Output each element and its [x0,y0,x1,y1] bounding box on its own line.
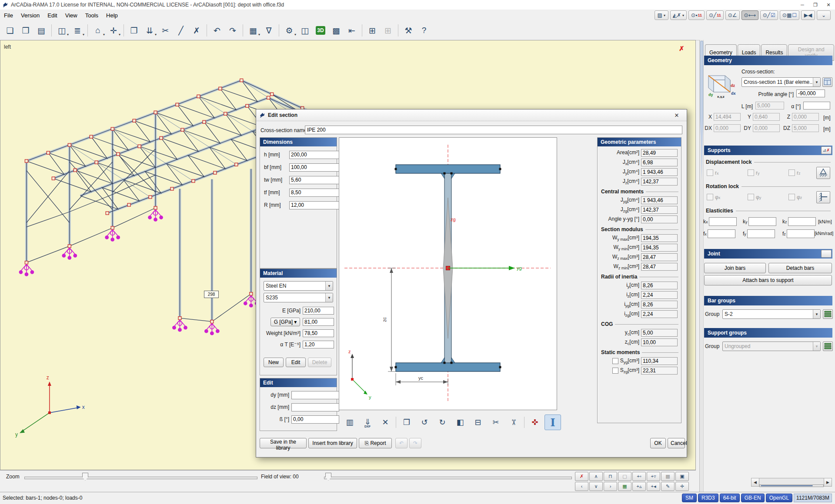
undo-button[interactable]: ↶ [210,23,224,38]
visibility-filter-button[interactable]: ◭✗ ▾ [670,10,687,20]
wrench-button[interactable]: ⚒ [401,23,416,38]
dimension-input[interactable] [289,176,339,184]
menu-item[interactable]: Help [102,10,122,20]
fixed-support-button[interactable] [816,191,830,203]
cross-section-select[interactable]: Cross-section 11 (Bar eleme...▼ [741,77,821,87]
menu-item[interactable]: Version [17,10,43,20]
mirror-vertical-button[interactable]: ◧ [452,414,468,430]
maximize-button[interactable]: ❐ [809,0,822,10]
attach-bars-to-support-button[interactable]: Attach bars to support [704,275,832,285]
section-preview[interactable]: yg zg zc yc z [339,137,557,410]
cut-button[interactable]: ✂ [158,23,173,38]
fov-slider-thumb[interactable] [325,473,331,481]
rotation-lock-checkbox[interactable] [707,194,713,200]
edit-field-input[interactable] [291,403,339,411]
add-corner-mode-button[interactable]: +◂ [647,482,660,491]
show-mesh-toggle-button[interactable]: ⊙▦ ☐ [780,10,799,20]
loads-button[interactable]: ⇊ ▾ [142,23,157,38]
material-new-button[interactable]: New [264,358,284,367]
pinned-support-button[interactable] [816,167,830,179]
close-view-icon[interactable]: ✗ [679,45,685,53]
ibeam-view-button[interactable]: I [544,414,561,430]
help-edit-button[interactable]: ? [417,23,431,38]
material-grade-select[interactable]: S235▼ [264,293,333,302]
zoom-slider-thumb[interactable] [82,473,88,481]
dimension-input[interactable] [289,163,339,172]
save-in-library-button[interactable]: Save in the library [260,438,307,448]
weight-input[interactable] [303,329,334,337]
report-print-button[interactable]: ≣ ▾ [70,23,85,38]
f-input[interactable] [787,229,815,238]
split-vertical-button[interactable]: ✂ [505,414,522,430]
g-modulus-select-button[interactable]: G [GPa] ▾ [271,318,300,326]
displacement-lock-checkbox[interactable] [788,169,795,176]
add-bar-button[interactable]: ╱ [174,23,188,38]
open-project-button[interactable]: ❒ [18,23,33,38]
zoom-slider[interactable] [24,477,257,479]
orbit-button[interactable]: ✛ [675,482,689,491]
sidebar-scrollbar[interactable] [700,40,704,492]
rotate-right-button[interactable]: ↻ [434,414,451,430]
material-edit-button[interactable]: Edit [286,358,306,367]
sidebar-hscrollbar[interactable]: ◀ ▶ [751,478,832,487]
show-node-numbers-button[interactable]: ⊙▪ 11 [688,10,705,20]
structure-settings-button[interactable]: ⚙ ▾ [282,23,297,38]
hscroll-thumb[interactable] [761,485,813,486]
material-type-select[interactable]: Steel EN▼ [264,281,333,291]
delete-element-button[interactable]: ✕ [377,414,394,430]
pan-left-button[interactable]: ‹ [575,482,588,491]
copy-element-button[interactable]: ❐ [398,414,415,430]
render-mode-button[interactable]: ▨ ▾ [655,10,668,20]
k-input[interactable] [748,217,776,226]
section-template-button[interactable]: ▥ [341,414,358,430]
lock-view-button[interactable]: ⊓ [604,472,617,481]
table-editor-button[interactable]: ◫ [297,23,312,38]
profile-angle-input[interactable] [796,90,825,97]
menu-item[interactable]: View [61,10,81,20]
copy-elements-button[interactable]: ❐ [127,23,141,38]
delete-support-button[interactable]: ⊿✗ [821,146,832,154]
dimension-input[interactable] [289,201,339,209]
rotate-left-button[interactable]: ↺ [416,414,433,430]
project-manager-button[interactable]: ◫ ▾ [54,23,69,38]
detach-bars-button[interactable]: Detach bars [768,263,832,273]
mesh-button[interactable]: ▦ ▾ [246,23,261,38]
save-project-button[interactable]: ▤ [34,23,49,38]
deselect-button[interactable]: ✗ [575,472,588,481]
menu-item[interactable]: Edit [43,10,61,20]
render-display-button[interactable]: ▦ [618,482,631,491]
move-origin-button[interactable]: ✜ [527,414,543,430]
edit-field-input[interactable] [291,391,339,399]
k-input[interactable] [788,217,816,226]
rotation-lock-checkbox[interactable] [748,194,754,200]
cross-section-manager-button[interactable] [822,77,832,87]
show-dimensions-button[interactable]: ⊙⟷ [741,10,758,20]
insert-from-library-button[interactable]: Insert from library [308,438,357,448]
new-project-button[interactable]: ❏ [3,23,17,38]
collapse-panel-button[interactable]: ▶◀ [801,10,815,20]
frame-generator-button[interactable]: ⌂ ▾ [90,23,105,38]
expand-panel-button[interactable]: ⌄ [817,10,831,20]
join-bars-button[interactable]: Join bars [704,263,766,273]
show-bars-toggle-button[interactable]: ⊙╱ ☑ [760,10,778,20]
static-moment-checkbox[interactable] [612,358,618,364]
minimize-button[interactable]: ─ [796,0,809,10]
menu-item[interactable]: File [0,10,17,20]
cross-section-name-input[interactable] [305,126,682,134]
dimension-input[interactable] [289,189,339,197]
support-group-manager-button[interactable] [823,342,833,351]
fov-slider[interactable] [324,477,572,479]
hatch-display-button[interactable]: ▩ [661,472,675,481]
redo-button[interactable]: ↷ [225,23,240,38]
bar-group-select[interactable]: S-2▼ [722,309,821,319]
add-hinge-mode-button[interactable]: +▵ [632,482,646,491]
f-input[interactable] [708,229,735,238]
pan-up-button[interactable]: ∧ [589,472,603,481]
status-badge[interactable]: OpenGL [766,494,792,502]
filter-button[interactable]: ∇ [261,23,276,38]
sketch-button[interactable]: ✎ [661,482,675,491]
rotation-lock-checkbox[interactable] [788,194,795,200]
dialog-close-button[interactable]: ✕ [670,110,684,120]
edit-field-input[interactable] [291,415,339,424]
bar-group-manager-button[interactable] [823,309,833,319]
